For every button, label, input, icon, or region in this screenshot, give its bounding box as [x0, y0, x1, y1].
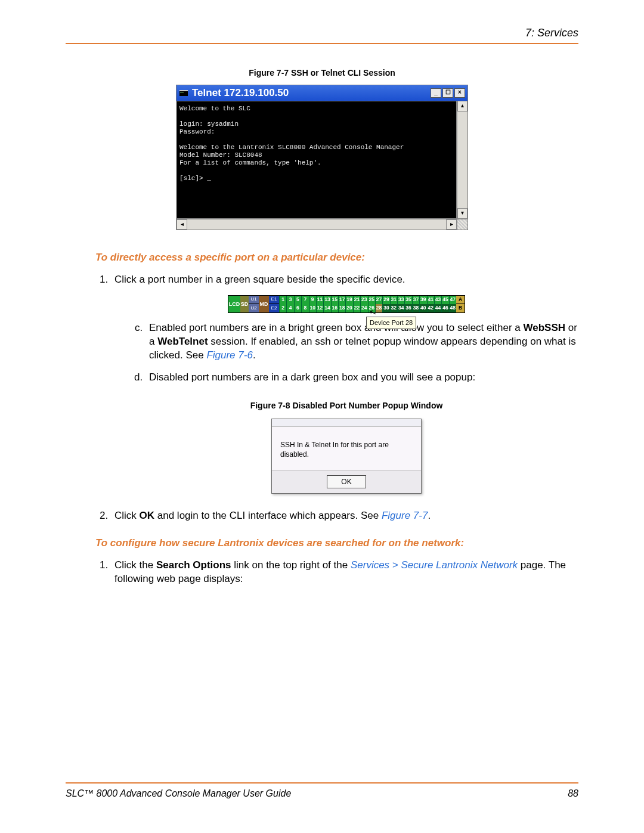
popup-message: SSH In & Telnet In for this port are dis…: [272, 427, 421, 470]
secure-lantronix-link[interactable]: Services > Secure Lantronix Network: [351, 559, 518, 571]
numbered-list-2: Click the Search Options link on the top…: [95, 559, 578, 586]
telnet-icon: [179, 88, 188, 98]
port-45[interactable]: 45: [441, 296, 448, 304]
scroll-down-icon[interactable]: ▾: [457, 208, 467, 219]
popup-button-row: OK: [272, 470, 421, 493]
port-44[interactable]: 44: [434, 304, 441, 312]
scroll-left-icon[interactable]: ◂: [177, 219, 187, 230]
port-17[interactable]: 17: [338, 296, 345, 304]
footer-rule: [66, 782, 578, 784]
subheading-search-options: To configure how secure Lantronix device…: [95, 537, 578, 549]
port-15[interactable]: 15: [331, 296, 338, 304]
md-block[interactable]: MD: [259, 296, 269, 312]
port-19[interactable]: 19: [345, 296, 352, 304]
step-3: Click the Search Options link on the top…: [111, 559, 578, 586]
port-34[interactable]: 34: [397, 304, 404, 312]
port-31[interactable]: 31: [390, 296, 397, 304]
port-32[interactable]: 32: [390, 304, 397, 312]
port-14[interactable]: 14: [323, 304, 330, 312]
port-46[interactable]: 46: [441, 304, 448, 312]
port-42[interactable]: 42: [427, 304, 434, 312]
port-25[interactable]: 25: [368, 296, 375, 304]
popup-url-bar: [272, 419, 421, 427]
port-2[interactable]: 2: [279, 304, 286, 312]
u2-block[interactable]: U2: [249, 304, 259, 312]
scroll-right-icon[interactable]: ▸: [446, 219, 457, 230]
port-40[interactable]: 40: [419, 304, 426, 312]
port-7[interactable]: 7: [301, 296, 308, 304]
subheading-direct-access: To directly access a specific port on a …: [95, 252, 578, 264]
horizontal-scrollbar[interactable]: ◂ ▸: [177, 219, 467, 230]
lcd-block[interactable]: LCD: [228, 296, 240, 312]
port-38[interactable]: 38: [412, 304, 419, 312]
lettered-list: Enabled port numbers are in a bright gre…: [132, 321, 578, 385]
port-row-bottom: 2468101214161820222426283032343638404244…: [279, 304, 456, 312]
e1-block[interactable]: E1: [269, 296, 279, 305]
numbered-list-1: Click a port number in a green square be…: [95, 273, 578, 523]
chapter-heading: 7: Services: [66, 27, 578, 39]
port-29[interactable]: 29: [382, 296, 389, 304]
port-8[interactable]: 8: [301, 304, 308, 312]
disabled-port-popup: SSH In & Telnet In for this port are dis…: [271, 419, 422, 494]
port-11[interactable]: 11: [316, 296, 323, 304]
minimize-button[interactable]: _: [431, 88, 441, 98]
figure-7-7-link[interactable]: Figure 7-7: [382, 510, 428, 521]
footer: SLC™ 8000 Advanced Console Manager User …: [66, 788, 578, 799]
u1-block[interactable]: U1: [249, 296, 259, 305]
port-41[interactable]: 41: [427, 296, 434, 304]
a-block[interactable]: A: [456, 296, 465, 305]
port-48[interactable]: 48: [449, 304, 456, 312]
step-1-text: Click a port number in a green square be…: [114, 274, 405, 285]
port-9[interactable]: 9: [309, 296, 316, 304]
scroll-up-icon[interactable]: ▴: [457, 101, 467, 112]
ab-column: A B: [456, 296, 465, 312]
port-27[interactable]: 27: [375, 296, 382, 304]
step-2-end: .: [428, 510, 431, 521]
port-37[interactable]: 37: [412, 296, 419, 304]
port-21[interactable]: 21: [353, 296, 360, 304]
e2-block[interactable]: E2: [269, 304, 279, 312]
port-33[interactable]: 33: [397, 296, 404, 304]
b-block[interactable]: B: [456, 304, 465, 312]
terminal-output[interactable]: Welcome to the SLC login: sysadmin Passw…: [177, 101, 457, 219]
telnet-window: Telnet 172.19.100.50 _ ☐ × Welcome to th…: [176, 85, 468, 230]
port-4[interactable]: 4: [286, 304, 293, 312]
close-button[interactable]: ×: [454, 88, 465, 98]
port-12[interactable]: 12: [316, 304, 323, 312]
figure-7-6-link[interactable]: Figure 7-6: [206, 349, 252, 361]
port-39[interactable]: 39: [419, 296, 426, 304]
port-23[interactable]: 23: [360, 296, 367, 304]
port-6[interactable]: 6: [294, 304, 301, 312]
maximize-button[interactable]: ☐: [442, 88, 453, 98]
footer-title: SLC™ 8000 Advanced Console Manager User …: [66, 788, 291, 799]
port-43[interactable]: 43: [434, 296, 441, 304]
ok-button[interactable]: OK: [327, 475, 366, 488]
port-47[interactable]: 47: [449, 296, 456, 304]
telnet-titlebar[interactable]: Telnet 172.19.100.50 _ ☐ ×: [177, 85, 467, 101]
port-24[interactable]: 24: [360, 304, 367, 312]
port-3[interactable]: 3: [286, 296, 293, 304]
port-22[interactable]: 22: [353, 304, 360, 312]
port-35[interactable]: 35: [404, 296, 411, 304]
port-20[interactable]: 20: [345, 304, 352, 312]
substep-c: Enabled port numbers are in a bright gre…: [145, 321, 578, 363]
figure-7-8-caption: Figure 7-8 Disabled Port Number Popup Wi…: [114, 400, 578, 411]
port-strip-figure: LCD SD U1 U2 MD E1 E2 135791113151719212…: [228, 295, 465, 313]
webssh-term: WebSSH: [523, 322, 565, 333]
substep-c-pre: Enabled port numbers are in a bright gre…: [149, 322, 523, 333]
port-36[interactable]: 36: [404, 304, 411, 312]
resize-grip-icon[interactable]: [457, 219, 467, 230]
search-options-term: Search Options: [156, 559, 231, 571]
port-30[interactable]: 30: [382, 304, 389, 312]
port-13[interactable]: 13: [323, 296, 330, 304]
sd-block[interactable]: SD: [240, 296, 249, 312]
step-1: Click a port number in a green square be…: [111, 273, 578, 494]
port-10[interactable]: 10: [309, 304, 316, 312]
port-16[interactable]: 16: [331, 304, 338, 312]
port-18[interactable]: 18: [338, 304, 345, 312]
figure-7-7-caption: Figure 7-7 SSH or Telnet CLI Session: [66, 68, 578, 78]
vertical-scrollbar[interactable]: ▴ ▾: [457, 101, 467, 219]
webtelnet-term: WebTelnet: [157, 336, 208, 347]
port-1[interactable]: 1: [279, 296, 286, 304]
port-5[interactable]: 5: [294, 296, 301, 304]
